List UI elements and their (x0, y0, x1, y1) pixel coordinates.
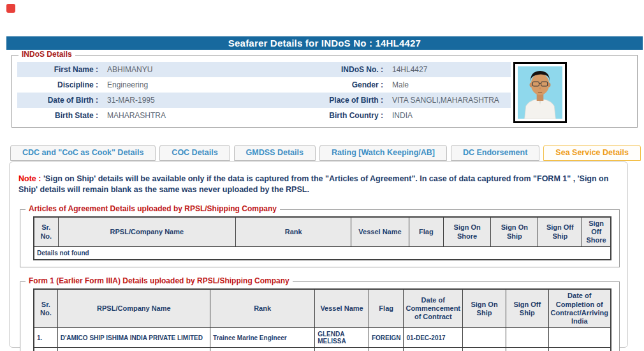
header-cell: Sign On Ship (491, 217, 538, 247)
table-cell: D'AMICO SHIP ISHIMA INDIA PRIVATE LIMITE… (57, 348, 210, 351)
field-label: Date of Birth : (17, 96, 103, 105)
note-text: Note : 'Sign on Ship' details will be av… (18, 174, 618, 195)
header-cell: Sr. No. (34, 289, 57, 327)
table-cell: 2. (34, 348, 57, 351)
header-cell: Vessel Name (351, 217, 409, 247)
indos-details-grid: First Name : ABHIMANYU INDoS No. : 14HL4… (17, 62, 511, 123)
field-value: ABHIMANYU (103, 65, 289, 74)
table-cell (548, 328, 611, 348)
field-label: First Name : (17, 65, 103, 74)
empty-row: Details not found (34, 247, 611, 260)
indos-details-legend: INDoS Details (18, 50, 75, 59)
seafarer-photo (513, 62, 567, 123)
table-cell: GLENDA MELISSA (315, 328, 369, 348)
table-cell (463, 348, 506, 351)
details-row: Birth State : MAHARASHTRA Birth Country … (17, 108, 511, 123)
table-header-row: Sr. No. RPSL/Company Name Rank Vessel Na… (34, 217, 611, 247)
field-label: Birth State : (17, 111, 103, 120)
field-value: MAHARASHTRA (103, 111, 289, 120)
table-cell: D'AMICO SHIP ISHIMA INDIA PRIVATE LIMITE… (57, 328, 210, 348)
header-cell: Date of Commencement of Contract (404, 289, 463, 327)
field-value: INDIA (388, 111, 511, 120)
field-value: Male (388, 80, 511, 89)
header-cell: Sign On Ship (463, 289, 506, 327)
seafarer-photo-image (518, 66, 562, 119)
note-body: 'Sign on Ship' details will be available… (18, 174, 608, 194)
header-cell: Sign Off Ship (506, 289, 548, 327)
field-label: Gender : (289, 80, 388, 89)
table-cell (463, 328, 506, 348)
table-row: 2. D'AMICO SHIP ISHIMA INDIA PRIVATE LIM… (34, 348, 611, 351)
table-cell: 23-APR-2017 (506, 348, 548, 351)
broken-image-icon (6, 4, 15, 13)
header-cell: Sign Off Ship (538, 217, 582, 247)
indos-details-fieldset: INDoS Details First Name : ABHIMANYU IND… (11, 55, 638, 128)
form1-legend: Form 1 (Earlier Form IIIA) Details uploa… (26, 276, 293, 285)
field-value: VITA SANGLI,MAHARASHTRA (388, 96, 511, 105)
articles-of-agreement-legend: Articles of Agreement Details uploaded b… (26, 204, 280, 213)
header-cell: Flag (409, 217, 443, 247)
table-cell: Trainee Marine Engineer (210, 328, 315, 348)
tab-coc-details[interactable]: COC Details (159, 145, 230, 161)
tab-gmdss-details[interactable]: GMDSS Details (234, 145, 316, 161)
header-cell: Date of Completion of Contract/Arriving … (548, 289, 611, 327)
field-value: Engineering (103, 80, 289, 89)
field-label: Place of Birth : (289, 96, 388, 105)
table-cell: FOREIGN (369, 328, 404, 348)
tab-rating-watch-keeping-ab[interactable]: Rating [Watch Keeping/AB] (319, 145, 447, 161)
table-cell (506, 328, 548, 348)
header-cell: RPSL/Company Name (58, 217, 236, 247)
tab-bar: CDC and "CoC as Cook" Details COC Detail… (10, 145, 644, 161)
details-row: First Name : ABHIMANYU INDoS No. : 14HL4… (17, 62, 511, 77)
header-cell: Sr. No. (34, 217, 58, 247)
table-cell: 1. (34, 328, 57, 348)
table-cell: FOREIGN (369, 348, 404, 351)
field-label: Discipline : (17, 80, 103, 89)
table-cell: Trainee Marine Engineer (210, 348, 315, 351)
sea-service-details-panel: Note : 'Sign on Ship' details will be av… (9, 161, 628, 348)
table-header-row: Sr. No. RPSL/Company Name Rank Vessel Na… (34, 289, 611, 327)
table-cell: 16-AUG-2016 (404, 348, 463, 351)
form1-table: Sr. No. RPSL/Company Name Rank Vessel Na… (33, 288, 611, 351)
header-cell: Flag (369, 289, 404, 327)
field-label: Birth Country : (289, 111, 388, 120)
field-value: 31-MAR-1995 (103, 96, 289, 105)
field-value: 14HL4427 (388, 65, 511, 74)
details-not-found-message: Details not found (34, 247, 611, 260)
table-cell: 25-APR-2017 (548, 348, 611, 351)
form1-fieldset: Form 1 (Earlier Form IIIA) Details uploa… (20, 281, 620, 351)
details-row: Date of Birth : 31-MAR-1995 Place of Bir… (17, 93, 511, 108)
note-prefix: Note : (18, 174, 43, 183)
table-cell: M/T HIGH SUN (315, 348, 369, 351)
header-cell: Sign Off Shore (582, 217, 611, 247)
header-cell: RPSL/Company Name (57, 289, 210, 327)
tab-cdc-coc-cook-details[interactable]: CDC and "CoC as Cook" Details (10, 145, 156, 161)
seafarer-details-page: Seafarer Details for INDoS No : 14HL4427… (0, 0, 644, 351)
page-title: Seafarer Details for INDoS No : 14HL4427 (6, 36, 643, 50)
articles-of-agreement-fieldset: Articles of Agreement Details uploaded b… (20, 209, 620, 268)
header-cell: Rank (236, 217, 351, 247)
header-cell: Sign On Shore (444, 217, 491, 247)
table-cell: 01-DEC-2017 (404, 328, 463, 348)
header-cell: Rank (210, 289, 315, 327)
header-cell: Vessel Name (315, 289, 369, 327)
tab-sea-service-details[interactable]: Sea Service Details (543, 145, 641, 161)
field-label: INDoS No. : (289, 65, 388, 74)
articles-of-agreement-table: Sr. No. RPSL/Company Name Rank Vessel Na… (33, 216, 611, 261)
details-row: Discipline : Engineering Gender : Male (17, 77, 511, 93)
tab-dc-endorsement[interactable]: DC Endorsement (451, 145, 539, 161)
table-row: 1. D'AMICO SHIP ISHIMA INDIA PRIVATE LIM… (34, 328, 611, 348)
